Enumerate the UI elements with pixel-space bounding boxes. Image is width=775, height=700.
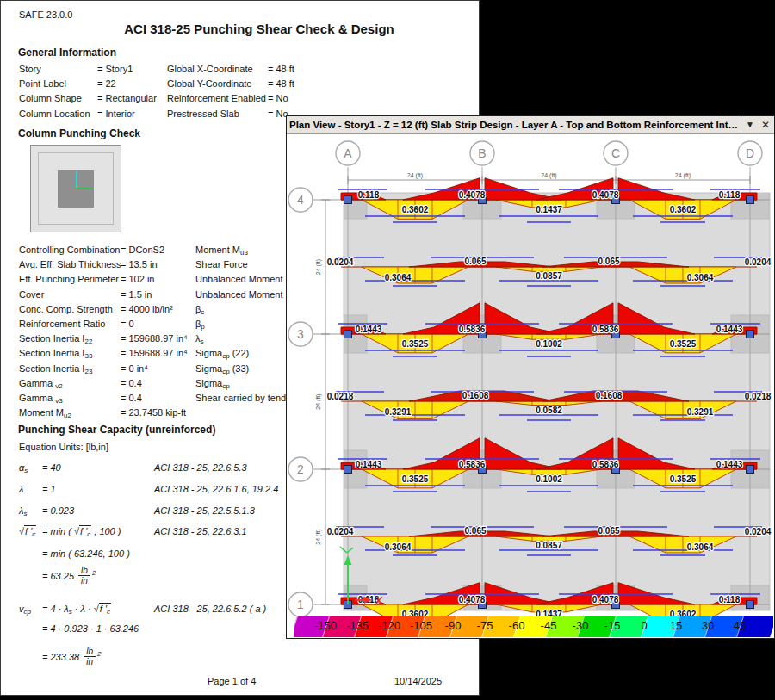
equation-row: = 63.25 lbin2 xyxy=(19,566,96,585)
strip-value: 0.0204 xyxy=(327,527,354,536)
strip-value: 0.5836 xyxy=(459,460,486,469)
info-row: Section Inertia I33= 159688.97 in⁴ xyxy=(19,346,188,361)
svg-text:24 (ft): 24 (ft) xyxy=(315,259,322,275)
plan-view-window: Plan View - Story1 - Z = 12 (ft) Slab St… xyxy=(286,115,775,639)
general-info-heading: General Information xyxy=(18,46,116,59)
equation-row: = 233.38 lbin2 xyxy=(19,647,101,666)
equation-row: = 4 · 0.923 · 1 · 63.246 xyxy=(19,623,139,634)
close-icon[interactable]: ✕ xyxy=(761,116,770,133)
info-row: Gamma v2= 0.4 xyxy=(19,376,188,391)
strip-value: 0.3525 xyxy=(402,474,429,484)
svg-text:4: 4 xyxy=(297,193,304,207)
svg-text:X: X xyxy=(375,595,383,607)
strip-value: 0.3064 xyxy=(687,273,714,282)
general-info-right-table: Global X-Coordinate= 48 ftGlobal Y-Coord… xyxy=(167,62,294,121)
report-title: ACI 318-25 Punching Shear Check & Design xyxy=(48,22,470,36)
strip-value: 0.3291 xyxy=(385,407,412,417)
strip-value: 0.0857 xyxy=(536,271,562,281)
svg-text:24 (ft): 24 (ft) xyxy=(675,172,691,179)
info-row: Reinforcement Enabled= No xyxy=(167,91,294,106)
capacity-heading: Punching Shear Capacity (unreinforced) xyxy=(18,424,215,436)
code-reference: ACI 318 - 25, 22.6.5.2 ( a ) xyxy=(154,604,266,614)
strip-value: 0.1608 xyxy=(462,391,489,400)
info-row: Gamma v3= 0.4 xyxy=(19,391,188,406)
strip-value: 0.0218 xyxy=(327,392,354,401)
strip-row-4: 0.1180.1180.40780.40780.36020.14370.3602 xyxy=(338,178,760,222)
info-row: Avg. Eff. Slab Thickness= 13.5 in xyxy=(19,257,188,272)
window-titlebar[interactable]: Plan View - Story1 - Z = 12 (ft) Slab St… xyxy=(287,116,774,134)
axis2-line xyxy=(76,171,78,189)
legend-label: 30 xyxy=(702,619,714,632)
strip-value: 0.065 xyxy=(464,526,486,536)
legend-label: -120 xyxy=(378,619,400,632)
svg-text:A: A xyxy=(344,146,352,160)
equation-row: = min ( 63.246, 100 ) xyxy=(19,548,130,559)
code-reference: ACI 318 - 25, 22.6.1.6, 19.2.4 xyxy=(154,484,278,494)
svg-text:C: C xyxy=(611,146,620,160)
strip-value: 0.0204 xyxy=(745,527,772,536)
svg-text:24 (ft): 24 (ft) xyxy=(541,172,556,179)
plan-drawing: 24 (ft)24 (ft)24 (ft)24 (ft)24 (ft)24 (f… xyxy=(287,134,774,616)
strip-value: 0.1437 xyxy=(536,205,562,214)
strip-value: 0.3064 xyxy=(687,542,714,552)
strip-value: 0.3525 xyxy=(670,339,697,349)
legend-label: -15 xyxy=(604,619,621,632)
strip-value: 0.4078 xyxy=(459,595,486,604)
equation-row: vcp= 4 · λs · λ · √f ′cACI 318 - 25, 22.… xyxy=(19,604,111,616)
strip-value: 0.065 xyxy=(598,257,619,266)
punching-check-left-table: Controlling Combination= DConS2Avg. Eff.… xyxy=(19,243,188,420)
strip-value: 0.5836 xyxy=(592,325,619,334)
legend-label: 15 xyxy=(670,619,682,632)
legend-label: -30 xyxy=(573,619,589,632)
strip-value: 0.118 xyxy=(358,190,380,200)
strip-value: 0.0582 xyxy=(536,406,562,415)
strip-value: 0.5836 xyxy=(459,325,486,334)
window-buttons: ▼ ✕ xyxy=(741,116,774,133)
strip-value: 0.3064 xyxy=(385,542,412,552)
info-row: Moment Mu2= 23.7458 kip-ft xyxy=(19,406,188,420)
equation-row: λs= 0.923ACI 318 - 25, 22.5.5.1.3 xyxy=(19,505,74,517)
punching-check-heading: Column Punching Check xyxy=(18,127,140,139)
strip-value: 0.5836 xyxy=(592,460,619,469)
strip-value: 0.118 xyxy=(719,190,741,200)
strip-value: 0.1002 xyxy=(536,339,562,349)
column-punching-diagram xyxy=(30,145,121,232)
equation-row: √f ′c= min ( √f ′c , 100 )ACI 318 - 25, … xyxy=(19,526,121,538)
info-row: Global Y-Coordinate= 48 ft xyxy=(167,77,294,91)
strip-value: 0.3291 xyxy=(687,407,714,417)
strip-value: 0.3064 xyxy=(385,273,412,282)
svg-text:D: D xyxy=(746,146,754,160)
info-row: Point Label= 22 xyxy=(19,77,157,91)
equation-row: αs= 40ACI 318 - 25, 22.6.5.3 xyxy=(19,462,61,474)
legend-label: -45 xyxy=(541,619,557,632)
info-row: Section Inertia I22= 159688.97 in⁴ xyxy=(19,331,188,346)
info-row: Story= Story1 xyxy=(19,62,157,77)
strip-value: 0.0218 xyxy=(745,392,772,401)
window-title: Plan View - Story1 - Z = 12 (ft) Slab St… xyxy=(287,116,741,133)
collapse-icon[interactable]: ▼ xyxy=(746,116,754,133)
svg-text:B: B xyxy=(478,146,486,160)
strip-value: 0.3602 xyxy=(402,610,429,616)
legend-label: -75 xyxy=(477,619,493,632)
svg-text:24 (ft): 24 (ft) xyxy=(407,172,423,179)
legend-label: -150 xyxy=(314,619,337,632)
legend-label: 45 xyxy=(734,619,746,632)
strip-value: 0.1443 xyxy=(356,325,382,334)
strip-value: 0.3602 xyxy=(402,205,429,214)
equation-units: Equation Units: [lb,in] xyxy=(19,442,108,452)
legend-label: -105 xyxy=(410,619,432,632)
info-row: Conc. Comp. Strength= 4000 lb/in² xyxy=(19,302,188,317)
equation-row: λ= 1ACI 318 - 25, 22.6.1.6, 19.2.4 xyxy=(19,484,56,494)
svg-text:3: 3 xyxy=(297,327,304,341)
info-row: Eff. Punching Perimeter= 102 in xyxy=(19,272,188,287)
legend-label: -90 xyxy=(445,619,462,632)
svg-text:2: 2 xyxy=(297,462,304,476)
svg-text:24 (ft): 24 (ft) xyxy=(315,529,322,544)
info-row: Controlling Combination= DConS2 xyxy=(19,243,188,257)
svg-text:24 (ft): 24 (ft) xyxy=(315,393,322,409)
plan-view-canvas[interactable]: 24 (ft)24 (ft)24 (ft)24 (ft)24 (ft)24 (f… xyxy=(287,134,774,638)
strip-value: 0.1443 xyxy=(716,325,743,334)
strip-value: 0.065 xyxy=(464,257,486,266)
strip-value: 0.4078 xyxy=(459,190,486,200)
strip-value: 0.3602 xyxy=(670,610,697,616)
